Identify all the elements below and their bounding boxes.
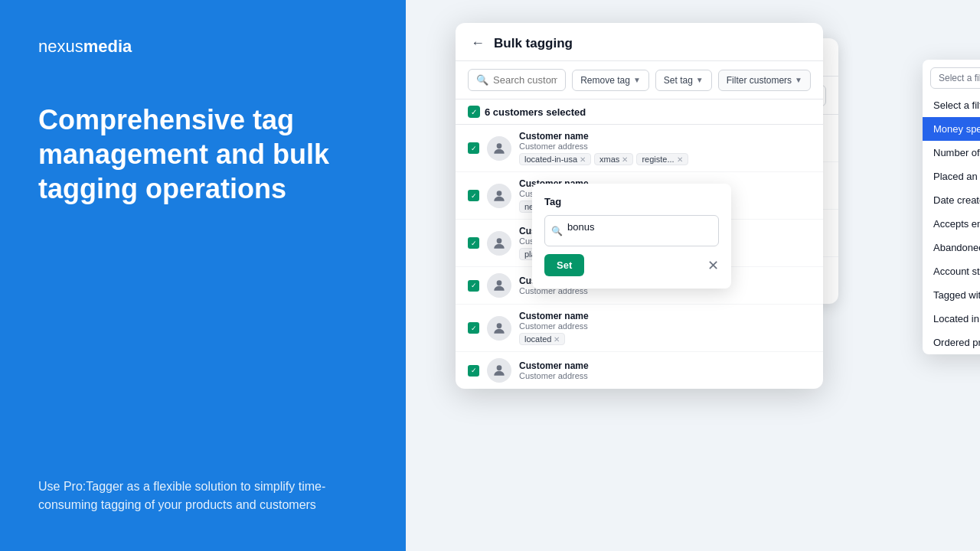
row-checkbox[interactable]: ✓ xyxy=(468,280,479,292)
tag-popup-title: Tag xyxy=(544,196,719,207)
selected-check-icon: ✓ xyxy=(468,106,480,118)
tagline: Comprehensive tag management and bulk ta… xyxy=(38,103,368,206)
svg-point-7 xyxy=(497,280,502,285)
row-checkbox[interactable]: ✓ xyxy=(468,365,479,377)
table-row: ✓ Customer name Customer address located… xyxy=(456,305,823,352)
svg-point-5 xyxy=(497,191,502,196)
filter-select-box[interactable]: Select a filter... ▼ xyxy=(930,67,980,89)
brand-logo: nexusmedia xyxy=(38,37,368,57)
search-input[interactable] xyxy=(493,74,557,86)
back-arrow-icon[interactable]: ← xyxy=(471,35,485,51)
close-popup-button[interactable]: ✕ xyxy=(707,259,719,272)
row-checkbox[interactable]: ✓ xyxy=(468,142,479,154)
search-box[interactable]: 🔍 xyxy=(468,69,566,91)
customer-info: Customer name Customer address xyxy=(519,360,811,380)
tag-popup-footer: Set ✕ xyxy=(544,254,719,276)
table-row: ✓ Customer name Customer address xyxy=(456,352,823,389)
ui-demo-area: ← Bulk tagging 🔍 Remove tag ▼ Set tag ▼ … xyxy=(456,15,930,536)
modal-header: ← Bulk tagging xyxy=(456,23,823,61)
selected-count: 6 customers selected xyxy=(485,106,586,118)
filter-item-located-in[interactable]: Located in xyxy=(923,307,980,331)
svg-point-8 xyxy=(497,323,502,328)
left-panel: nexusmedia Comprehensive tag management … xyxy=(0,0,406,551)
tags-list: located ✕ xyxy=(519,333,811,345)
svg-point-6 xyxy=(497,238,502,243)
filter-item-money-spent[interactable]: Money spent xyxy=(923,117,980,141)
tag-remove-icon[interactable]: ✕ xyxy=(580,155,586,164)
tag-remove-icon[interactable]: ✕ xyxy=(554,335,560,344)
filter-item-number-of-orders[interactable]: Number of orders xyxy=(923,141,980,165)
modal-title: Bulk tagging xyxy=(494,36,573,51)
remove-tag-button[interactable]: Remove tag ▼ xyxy=(572,70,649,91)
modal-toolbar: 🔍 Remove tag ▼ Set tag ▼ Filter customer… xyxy=(456,61,823,99)
avatar xyxy=(487,184,511,208)
chevron-down-icon: ▼ xyxy=(795,76,802,84)
filter-item-date-created[interactable]: Date created xyxy=(923,188,980,212)
filter-item-account-status[interactable]: Account status xyxy=(923,259,980,283)
filter-item-abandoned-an-order[interactable]: Abandoned an order xyxy=(923,236,980,259)
tag-item: located ✕ xyxy=(519,333,565,345)
avatar xyxy=(487,273,511,298)
search-icon-popup: 🔍 xyxy=(551,226,563,236)
set-tag-button[interactable]: Set tag ▼ xyxy=(655,70,712,91)
row-checkbox[interactable]: ✓ xyxy=(468,322,479,334)
filter-item-tagged-with[interactable]: Tagged with xyxy=(923,283,980,307)
tag-item: xmas ✕ xyxy=(594,153,633,165)
avatar xyxy=(487,316,511,341)
chevron-down-icon: ▼ xyxy=(696,76,704,84)
chevron-down-icon: ▼ xyxy=(633,76,641,84)
tag-remove-icon[interactable]: ✕ xyxy=(677,155,683,164)
svg-point-4 xyxy=(497,143,502,148)
svg-point-9 xyxy=(497,365,502,370)
filter-item-accepts-email-marketing[interactable]: Accepts email marketing xyxy=(923,212,980,236)
filter-item-placed-an-order[interactable]: Placed an order xyxy=(923,165,980,188)
customer-info: Customer name Customer address located ✕ xyxy=(519,311,811,345)
tag-input[interactable] xyxy=(567,216,712,238)
tag-item: located-in-usa ✕ xyxy=(519,153,591,165)
tag-popup: Tag 🔍 Set ✕ xyxy=(532,184,731,289)
subtitle: Use Pro:Tagger as a flexible solution to… xyxy=(38,478,368,514)
avatar xyxy=(487,231,511,256)
tag-remove-icon[interactable]: ✕ xyxy=(622,155,628,164)
avatar xyxy=(487,136,511,161)
filter-dropdown: Select a filter... ▼ Select a filter Mon… xyxy=(923,60,980,354)
search-icon: 🔍 xyxy=(476,74,488,86)
table-row: ✓ Customer name Customer address located… xyxy=(456,125,823,172)
set-tag-submit-button[interactable]: Set xyxy=(544,254,584,276)
filter-item-ordered-products[interactable]: Ordered products xyxy=(923,331,980,354)
row-checkbox[interactable]: ✓ xyxy=(468,190,479,201)
tags-list: located-in-usa ✕ xmas ✕ registe... ✕ xyxy=(519,153,811,165)
filter-item-select-a-filter[interactable]: Select a filter xyxy=(923,93,980,117)
row-checkbox[interactable]: ✓ xyxy=(468,237,479,249)
filter-customers-button[interactable]: Filter customers ▼ xyxy=(718,70,811,91)
selected-bar: ✓ 6 customers selected xyxy=(456,99,823,125)
tag-item: registe... ✕ xyxy=(636,153,688,165)
avatar xyxy=(487,358,511,383)
customer-info: Customer name Customer address located-i… xyxy=(519,131,811,165)
right-panel: ← Bulk tagging 🔍 Remove tag ▼ Set tag ▼ … xyxy=(406,0,980,551)
